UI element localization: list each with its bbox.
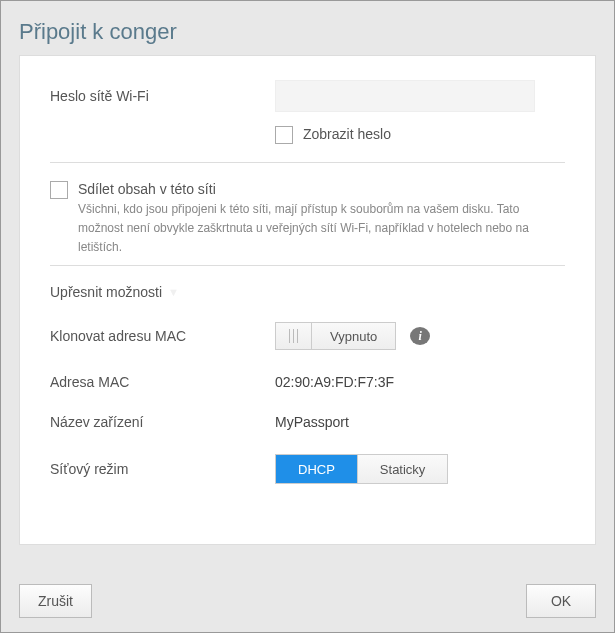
clone-mac-row: Klonovat adresu MAC Vypnuto i (50, 322, 565, 350)
advanced-options-label: Upřesnit možnosti (50, 284, 162, 300)
device-name-value: MyPassport (275, 414, 349, 430)
chevron-down-icon: ▼ (168, 286, 179, 298)
share-content-row: Sdílet obsah v této síti Všichni, kdo js… (50, 181, 565, 255)
show-password-row: Zobrazit heslo (275, 126, 565, 144)
share-content-label: Sdílet obsah v této síti (78, 181, 565, 197)
share-content-checkbox[interactable] (50, 181, 68, 199)
mac-address-value: 02:90:A9:FD:F7:3F (275, 374, 394, 390)
mac-address-label: Adresa MAC (50, 374, 275, 390)
ok-button[interactable]: OK (526, 584, 596, 618)
mac-address-row: Adresa MAC 02:90:A9:FD:F7:3F (50, 374, 565, 390)
mode-dhcp-button[interactable]: DHCP (276, 455, 357, 483)
info-icon[interactable]: i (410, 327, 430, 345)
show-password-checkbox[interactable] (275, 126, 293, 144)
mode-static-button[interactable]: Staticky (357, 455, 448, 483)
dialog-footer: Zrušit OK (1, 570, 614, 632)
divider (50, 265, 565, 266)
toggle-handle[interactable] (276, 323, 312, 349)
share-content-description: Všichni, kdo jsou připojeni k této síti,… (78, 202, 529, 254)
advanced-options-header[interactable]: Upřesnit možnosti ▼ (50, 284, 565, 300)
show-password-label: Zobrazit heslo (303, 126, 391, 142)
network-mode-row: Síťový režim DHCP Staticky (50, 454, 565, 484)
connect-dialog: Připojit k conger Heslo sítě Wi-Fi Zobra… (0, 0, 615, 633)
wifi-password-row: Heslo sítě Wi-Fi (50, 80, 565, 112)
cancel-button[interactable]: Zrušit (19, 584, 92, 618)
wifi-password-input[interactable] (275, 80, 535, 112)
network-mode-segmented: DHCP Staticky (275, 454, 448, 484)
clone-mac-toggle[interactable]: Vypnuto (275, 322, 396, 350)
device-name-row: Název zařízení MyPassport (50, 414, 565, 430)
clone-mac-label: Klonovat adresu MAC (50, 328, 275, 344)
dialog-title: Připojit k conger (1, 1, 614, 55)
clone-mac-state: Vypnuto (312, 323, 395, 349)
divider (50, 162, 565, 163)
device-name-label: Název zařízení (50, 414, 275, 430)
dialog-body: Heslo sítě Wi-Fi Zobrazit heslo Sdílet o… (19, 55, 596, 545)
wifi-password-label: Heslo sítě Wi-Fi (50, 88, 275, 104)
network-mode-label: Síťový režim (50, 461, 275, 477)
